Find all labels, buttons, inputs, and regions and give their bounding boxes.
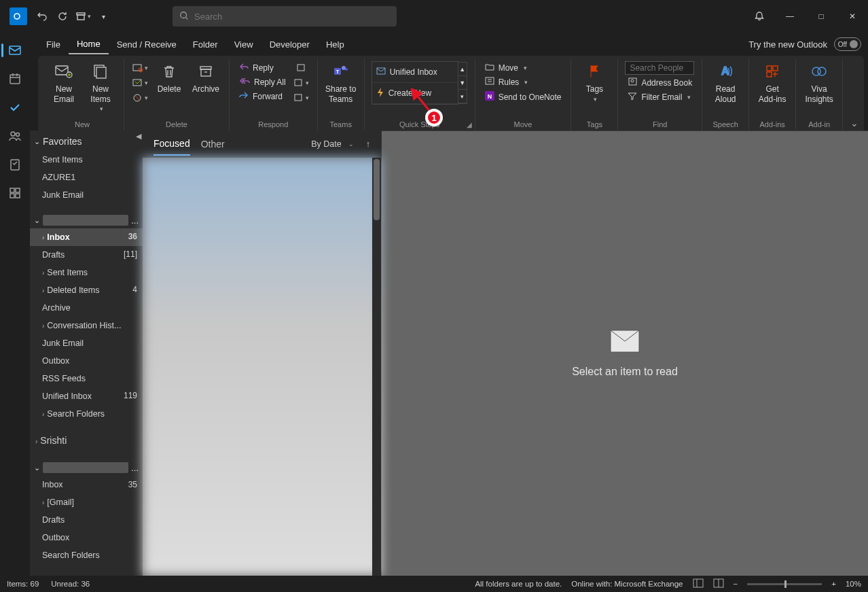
quick-steps-up-icon[interactable]: ▲ [458, 63, 467, 76]
rail-mail-icon[interactable] [3, 38, 27, 63]
ribbon-tabs: File Home Send / Receive Folder View Dev… [0, 33, 868, 56]
rail-todo-icon[interactable] [3, 95, 27, 120]
folder-archive[interactable]: Archive [30, 299, 143, 317]
quick-step-create-new[interactable]: Create New [372, 83, 458, 104]
tab-help[interactable]: Help [318, 35, 352, 54]
zoom-in-icon[interactable]: + [831, 580, 836, 588]
tab-folder[interactable]: Folder [185, 35, 226, 54]
search-people-input[interactable] [625, 61, 694, 75]
get-addins-button[interactable]: Get Add-ins [756, 61, 789, 107]
folder-search-folders[interactable]: ›Search Folders [30, 405, 143, 423]
svg-rect-12 [10, 194, 14, 198]
teams-icon: T [333, 64, 349, 83]
folder-outbox[interactable]: Outbox [30, 352, 143, 370]
favorites-header[interactable]: ⌄Favorites [30, 130, 143, 151]
viva-insights-button[interactable]: Viva Insights [803, 61, 835, 107]
junk-icon[interactable]: ▾ [131, 91, 149, 105]
tags-button[interactable]: Tags▾ [578, 61, 611, 106]
read-aloud-button[interactable]: ARead Aloud [709, 61, 742, 107]
tab-file[interactable]: File [38, 35, 69, 54]
svg-rect-38 [767, 66, 772, 71]
tab-focused[interactable]: Focused [153, 133, 190, 156]
refresh-icon[interactable] [53, 7, 72, 26]
fav-junk-email[interactable]: Junk Email [30, 186, 143, 204]
folder2-search-folders[interactable]: Search Folders [30, 546, 143, 564]
tab-send-receive[interactable]: Send / Receive [109, 35, 185, 54]
ignore-icon[interactable]: ▾ [131, 61, 149, 75]
reply-button[interactable]: Reply [236, 61, 289, 74]
forward-button[interactable]: Forward [236, 90, 289, 103]
archive-button[interactable]: Archive [189, 61, 222, 97]
account1-header[interactable]: ⌄... [30, 211, 143, 228]
tab-view[interactable]: View [226, 35, 261, 54]
folder2-gmail[interactable]: ›[Gmail] [30, 493, 143, 511]
undo-icon[interactable] [33, 7, 52, 26]
new-email-button[interactable]: New Email [48, 61, 80, 107]
collapse-folders-icon[interactable]: ◀ [136, 132, 141, 141]
delete-button[interactable]: Delete [153, 61, 185, 97]
address-book-button[interactable]: Address Book [625, 76, 695, 89]
message-list-blurred [143, 158, 381, 576]
account2-header[interactable]: ⌄... [30, 458, 143, 476]
svg-text:T: T [336, 69, 339, 75]
view-reading-icon[interactable] [713, 578, 724, 589]
collapse-ribbon-icon[interactable]: ⌄ [850, 118, 858, 128]
folder-junk-email[interactable]: Junk Email [30, 334, 143, 352]
maximize-button[interactable]: □ [806, 0, 837, 33]
filter-email-button[interactable]: Filter Email▾ [625, 90, 695, 103]
view-normal-icon[interactable] [693, 578, 704, 589]
notifications-icon[interactable] [744, 0, 774, 33]
archive-qat-icon[interactable]: ▾ [73, 7, 92, 26]
zoom-slider[interactable] [747, 583, 822, 585]
group-delete: ▾ ▾ ▾ Delete Archive Delete [124, 58, 230, 133]
move-button[interactable]: Move▾ [482, 61, 564, 74]
quick-steps-down-icon[interactable]: ▼ [458, 76, 467, 90]
more-respond-icon[interactable]: ▾ [293, 91, 310, 105]
rail-calendar-icon[interactable] [3, 67, 27, 91]
quick-step-unified-inbox[interactable]: Unified Inbox [372, 62, 458, 83]
folder-unified-inbox[interactable]: Unified Inbox119 [30, 387, 143, 405]
tab-developer[interactable]: Developer [261, 35, 318, 54]
cleanup-icon[interactable]: ▾ [131, 76, 149, 90]
minimize-button[interactable]: — [774, 0, 806, 33]
folder-deleted-items[interactable]: ›Deleted Items4 [30, 281, 143, 299]
folder-conversation-history[interactable]: ›Conversation Hist... [30, 317, 143, 334]
rail-tasks-icon[interactable] [3, 152, 27, 177]
address-book-icon [628, 77, 637, 88]
folder-inbox[interactable]: ›Inbox36 [30, 228, 143, 246]
folder2-inbox[interactable]: Inbox35 [30, 476, 143, 493]
qat-overflow-icon[interactable]: ▾ [94, 7, 113, 26]
quick-steps-expand-icon[interactable]: ▾ [458, 90, 467, 103]
folder-srishti[interactable]: ›Srishti [30, 431, 143, 450]
folder-sent-items[interactable]: ›Sent Items [30, 264, 143, 281]
folder-drafts[interactable]: Drafts[11] [30, 246, 143, 264]
rail-more-icon[interactable] [3, 181, 27, 205]
new-items-button[interactable]: New Items▾ [84, 61, 117, 116]
message-list-scrollbar[interactable] [372, 158, 381, 576]
fav-sent-items[interactable]: Sent Items [30, 151, 143, 169]
close-button[interactable]: ✕ [837, 0, 868, 33]
reply-all-button[interactable]: Reply All [236, 75, 289, 88]
fav-azure1[interactable]: AZURE1 [30, 169, 143, 186]
status-sync: All folders are up to date. [475, 580, 562, 588]
tab-other[interactable]: Other [201, 133, 225, 155]
svg-rect-44 [693, 579, 703, 587]
sort-by-date[interactable]: By Date⌄↑ [311, 139, 370, 149]
send-to-onenote-button[interactable]: NSend to OneNote [482, 90, 564, 104]
quick-steps-launcher-icon[interactable]: ◢ [467, 121, 472, 128]
tab-home[interactable]: Home [69, 35, 109, 54]
search-input[interactable] [194, 12, 390, 22]
share-to-teams-button[interactable]: TShare to Teams [325, 61, 357, 107]
im-reply-icon[interactable]: ▾ [293, 76, 310, 90]
forward-icon [239, 91, 249, 101]
rail-people-icon[interactable] [3, 124, 27, 148]
global-search[interactable] [173, 6, 397, 27]
rules-button[interactable]: Rules▾ [482, 75, 564, 88]
zoom-out-icon[interactable]: − [734, 580, 738, 588]
try-new-toggle[interactable]: Off [834, 37, 861, 51]
folder-rss-feeds[interactable]: RSS Feeds [30, 370, 143, 387]
folder2-drafts[interactable]: Drafts [30, 511, 143, 529]
meeting-reply-icon[interactable] [293, 61, 310, 75]
reading-empty-text: Select an item to read [572, 366, 678, 378]
folder2-outbox[interactable]: Outbox [30, 529, 143, 546]
